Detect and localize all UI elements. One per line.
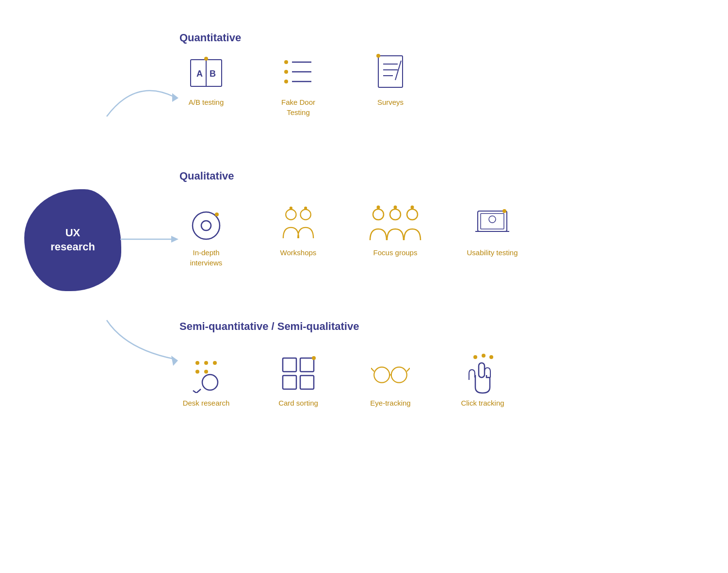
card-sorting-label: Card sorting	[278, 398, 318, 408]
svg-rect-58	[479, 363, 485, 377]
svg-marker-0	[172, 93, 178, 102]
svg-line-56	[371, 368, 374, 371]
ux-blob-text2: research	[50, 240, 95, 254]
svg-text:A: A	[196, 69, 203, 79]
svg-marker-3	[171, 356, 178, 366]
svg-point-42	[213, 361, 217, 365]
section-title-semi: Semi-quantitative / Semi-qualitative	[179, 320, 359, 333]
svg-point-12	[284, 80, 288, 83]
usability-label: Usability testing	[467, 247, 518, 258]
workshops-label: Workshops	[280, 247, 317, 258]
card-sorting-icon	[279, 354, 318, 393]
item-click-tracking: Click tracking	[456, 354, 509, 408]
item-usability: Usability testing	[466, 204, 519, 258]
ab-testing-icon: A B	[187, 53, 226, 92]
svg-point-33	[394, 206, 397, 209]
fake-door-icon	[279, 53, 318, 92]
svg-rect-51	[300, 376, 314, 389]
svg-point-60	[482, 354, 485, 358]
svg-point-44	[204, 370, 208, 374]
fake-door-label: Fake Door Testing	[272, 97, 325, 117]
item-fake-door: Fake Door Testing	[272, 53, 325, 117]
svg-point-21	[376, 54, 380, 58]
click-tracking-icon	[463, 354, 502, 393]
surveys-label: Surveys	[377, 97, 404, 107]
page-container: UX research Quantitative	[0, 0, 728, 573]
svg-text:B: B	[210, 69, 216, 79]
svg-point-52	[312, 356, 316, 360]
svg-point-10	[284, 60, 288, 64]
section-title-qualitative: Qualitative	[179, 170, 234, 182]
svg-line-47	[193, 391, 196, 393]
svg-point-22	[193, 212, 220, 239]
svg-rect-49	[300, 358, 314, 372]
arrow-quantitative	[97, 68, 184, 126]
svg-line-46	[196, 389, 201, 393]
click-tracking-label: Click tracking	[461, 398, 504, 408]
svg-point-34	[411, 206, 414, 209]
item-surveys: Surveys	[364, 53, 417, 107]
row-semi: Desk research Card sorting	[179, 354, 509, 408]
svg-point-25	[286, 210, 296, 220]
ab-testing-label: A/B testing	[189, 97, 224, 107]
svg-point-53	[374, 367, 389, 383]
svg-point-41	[204, 361, 208, 365]
svg-point-28	[304, 207, 307, 210]
svg-point-32	[377, 206, 380, 209]
svg-point-11	[284, 70, 288, 74]
eye-tracking-label: Eye-tracking	[370, 398, 410, 408]
svg-point-30	[390, 209, 401, 220]
svg-point-27	[290, 207, 292, 210]
focus-groups-label: Focus groups	[373, 247, 418, 258]
item-workshops: Workshops	[272, 204, 325, 258]
row-qualitative: In-depth interviews	[179, 204, 519, 268]
svg-rect-48	[283, 358, 296, 372]
surveys-icon	[371, 53, 410, 92]
interviews-label: In-depth interviews	[179, 247, 233, 268]
svg-line-57	[407, 368, 410, 371]
svg-point-61	[489, 355, 493, 359]
svg-point-59	[473, 355, 477, 359]
svg-point-39	[502, 209, 506, 213]
interviews-icon	[187, 204, 226, 243]
arrow-semi	[97, 311, 184, 374]
item-card-sorting: Card sorting	[272, 354, 325, 408]
svg-point-45	[202, 375, 218, 390]
arrow-qualitative	[120, 232, 183, 246]
desk-research-label: Desk research	[183, 398, 230, 408]
eye-tracking-icon	[371, 354, 410, 393]
workshops-icon	[279, 204, 318, 243]
ux-blob: UX research	[24, 189, 121, 291]
blob-shape: UX research	[24, 189, 121, 291]
svg-point-24	[215, 213, 219, 216]
svg-rect-50	[283, 376, 296, 389]
svg-point-29	[373, 209, 384, 220]
item-focus-groups: Focus groups	[364, 204, 427, 258]
desk-research-icon	[187, 354, 226, 393]
focus-groups-icon	[366, 204, 424, 243]
svg-point-26	[300, 210, 310, 220]
svg-point-23	[201, 221, 211, 230]
usability-icon	[473, 204, 512, 243]
svg-rect-35	[478, 211, 507, 231]
svg-point-43	[195, 370, 199, 374]
svg-point-40	[195, 361, 199, 365]
svg-point-54	[391, 367, 407, 383]
item-ab-testing: A B A/B testing	[179, 53, 233, 107]
item-desk-research: Desk research	[179, 354, 233, 408]
ux-blob-text: UX	[65, 226, 81, 240]
item-eye-tracking: Eye-tracking	[364, 354, 417, 408]
svg-point-31	[407, 209, 418, 220]
svg-point-38	[489, 216, 496, 223]
svg-marker-2	[171, 236, 178, 243]
svg-rect-16	[378, 56, 403, 87]
section-title-quantitative: Quantitative	[179, 32, 241, 44]
svg-point-9	[204, 57, 208, 61]
item-interviews: In-depth interviews	[179, 204, 233, 268]
row-quantitative: A B A/B testing	[179, 53, 417, 117]
